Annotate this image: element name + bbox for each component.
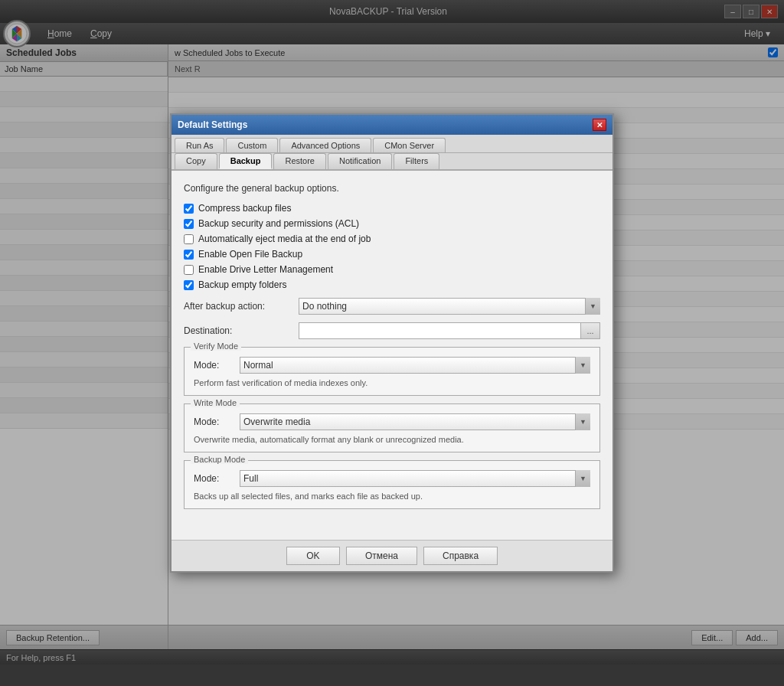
tab-copy[interactable]: Copy [175,153,217,169]
compress-label: Compress backup files [198,203,291,214]
write-mode-select-wrapper: Overwrite media Append New media set ▼ [240,413,590,430]
verify-mode-description: Perform fast verification of media index… [194,378,590,387]
tab-notification[interactable]: Notification [328,153,392,169]
modal-tabs-row1: Run As Custom Advanced Options CMon Serv… [172,135,612,153]
after-backup-row: After backup action: Do nothing Shutdown… [184,298,600,315]
destination-input[interactable] [299,322,580,339]
write-mode-select[interactable]: Overwrite media Append New media set [240,413,590,430]
verify-mode-select[interactable]: None Normal Full [240,357,590,374]
write-mode-row: Mode: Overwrite media Append New media s… [194,413,590,430]
security-checkbox-row: Backup security and permissions (ACL) [184,218,600,229]
destination-browse-button[interactable]: ... [580,322,600,339]
backup-mode-row: Mode: Full Incremental Differential Copy… [194,470,590,487]
verify-mode-select-wrapper: None Normal Full ▼ [240,357,590,374]
modal-titlebar: Default Settings ✕ [172,115,612,135]
verify-mode-title: Verify Mode [191,341,241,351]
compress-checkbox[interactable] [184,204,194,214]
tab-cmon-server[interactable]: CMon Server [373,138,446,152]
backup-mode-label: Mode: [194,473,240,484]
modal-body: Configure the general backup options. Co… [172,171,612,540]
modal-overlay: Default Settings ✕ Run As Custom Advance… [0,0,784,686]
eject-checkbox-row: Automatically eject media at the end of … [184,234,600,244]
tab-restore[interactable]: Restore [273,153,326,169]
backup-mode-description: Backs up all selected files, and marks e… [194,492,590,501]
backup-mode-select[interactable]: Full Incremental Differential Copy [240,470,590,487]
destination-row: Destination: ... [184,322,600,339]
openfile-label: Enable Open File Backup [198,249,302,260]
emptyfolders-label: Backup empty folders [198,279,286,290]
help-button[interactable]: Справка [423,547,498,565]
verify-mode-label: Mode: [194,360,240,371]
emptyfolders-checkbox[interactable] [184,280,194,290]
modal-close-button[interactable]: ✕ [593,119,606,131]
eject-checkbox[interactable] [184,234,194,244]
after-backup-select-wrapper: Do nothing Shutdown Restart Hibernate Sl… [299,298,600,315]
ok-button[interactable]: OK [286,547,340,565]
driveletter-checkbox[interactable] [184,265,194,275]
write-mode-title: Write Mode [191,398,240,407]
write-mode-group: Write Mode Mode: Overwrite media Append … [184,403,600,452]
default-settings-dialog: Default Settings ✕ Run As Custom Advance… [170,113,614,573]
eject-label: Automatically eject media at the end of … [198,234,371,244]
write-mode-description: Overwrite media, automatically format an… [194,435,590,444]
modal-title: Default Settings [178,119,247,130]
emptyfolders-checkbox-row: Backup empty folders [184,279,600,290]
backup-mode-select-wrapper: Full Incremental Differential Copy ▼ [240,470,590,487]
security-checkbox[interactable] [184,219,194,229]
after-backup-label: After backup action: [184,301,299,312]
tab-custom[interactable]: Custom [226,138,278,152]
openfile-checkbox-row: Enable Open File Backup [184,249,600,260]
driveletter-checkbox-row: Enable Drive Letter Management [184,264,600,275]
cancel-button[interactable]: Отмена [346,547,417,565]
backup-mode-title: Backup Mode [191,455,248,464]
backup-mode-group: Backup Mode Mode: Full Incremental Diffe… [184,460,600,509]
modal-tabs-row2: Copy Backup Restore Notification Filters [172,153,612,171]
modal-description: Configure the general backup options. [184,183,600,194]
tab-advanced-options[interactable]: Advanced Options [279,138,371,152]
after-backup-select[interactable]: Do nothing Shutdown Restart Hibernate Sl… [299,298,600,315]
destination-input-wrapper: ... [299,322,600,339]
modal-footer: OK Отмена Справка [172,540,612,571]
tab-backup[interactable]: Backup [219,153,273,169]
write-mode-label: Mode: [194,416,240,427]
driveletter-label: Enable Drive Letter Management [198,264,333,275]
security-label: Backup security and permissions (ACL) [198,218,359,229]
tab-filters[interactable]: Filters [394,153,439,169]
destination-label: Destination: [184,325,299,336]
tab-run-as[interactable]: Run As [175,138,224,152]
verify-mode-row: Mode: None Normal Full ▼ [194,357,590,374]
compress-checkbox-row: Compress backup files [184,203,600,214]
verify-mode-group: Verify Mode Mode: None Normal Full ▼ Per… [184,347,600,396]
openfile-checkbox[interactable] [184,250,194,260]
